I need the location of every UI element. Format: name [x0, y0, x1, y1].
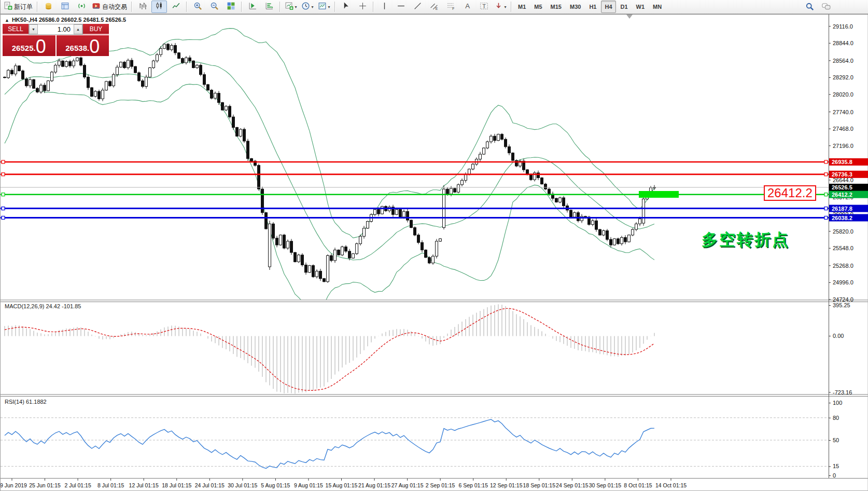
chart-shift-marker-icon[interactable] [626, 15, 633, 19]
macd-pane[interactable] [5, 304, 654, 393]
hline-handle[interactable] [2, 193, 5, 196]
hline-handle[interactable] [824, 216, 828, 220]
time-axis-label: 6 Sep 01:15 [458, 482, 488, 488]
chevron-down-icon[interactable]: ▾ [295, 5, 297, 9]
toolbar-button-bars-chart[interactable] [135, 1, 150, 13]
time-axis-label: 24 Jul 01:15 [195, 482, 225, 488]
timeframe-button-M1[interactable]: M1 [514, 1, 529, 13]
hline-handle[interactable] [2, 216, 5, 220]
price-axis-label: 28844.0 [833, 40, 853, 46]
turning-point-annotation[interactable]: 多空转折点 [702, 229, 790, 251]
toolbar-button-search[interactable] [802, 1, 817, 13]
toolbar-button-horizontal-line[interactable] [393, 1, 409, 13]
buy-button[interactable]: BUY [83, 24, 109, 35]
toolbar-button-text[interactable]: A [459, 1, 475, 13]
candle-body [4, 77, 6, 78]
chevron-down-icon[interactable]: ▾ [311, 5, 313, 9]
hline-handle[interactable] [824, 207, 828, 210]
toolbar-button-tile-windows[interactable] [223, 1, 239, 13]
timeframe-button-M15[interactable]: M15 [547, 1, 565, 13]
toolbar-button-fibonacci[interactable]: F [443, 1, 458, 13]
chat-icon [822, 2, 831, 13]
toolbar-button-text-label[interactable]: T [476, 1, 492, 13]
main-chart-pane[interactable] [1, 29, 829, 308]
hline-handle[interactable] [2, 160, 5, 163]
toolbar-button-trendline[interactable] [410, 1, 425, 13]
hline-handle[interactable] [2, 173, 5, 176]
timeframe-button-H1[interactable]: H1 [585, 1, 600, 13]
toolbar-button-cursor[interactable] [338, 1, 354, 13]
candle-body [294, 252, 297, 262]
candle-body [11, 70, 13, 74]
toolbar-button-arrows[interactable]: ▾ [493, 1, 508, 13]
sell-price-button[interactable]: 26525.0 [3, 35, 55, 56]
toolbar-button-market-watch[interactable] [40, 1, 56, 13]
hline-handle[interactable] [824, 193, 828, 196]
time-axis-label: 12 Sep 01:15 [490, 482, 523, 488]
buy-price-button[interactable]: 26538.0 [57, 35, 109, 56]
volume-input[interactable] [38, 24, 74, 34]
hline-handle[interactable] [824, 173, 828, 176]
toolbar-button-navigator[interactable] [57, 1, 73, 13]
candle-body [207, 85, 209, 90]
toolbar-button-line-chart[interactable] [168, 1, 184, 13]
timeframe-button-M5[interactable]: M5 [530, 1, 545, 13]
toolbar-button-periods[interactable]: ▾ [300, 1, 315, 13]
toolbar-button-signal[interactable] [74, 1, 89, 13]
hline-handle[interactable] [2, 207, 5, 210]
time-axis-label: 12 Jul 01:15 [129, 482, 159, 488]
toolbar-button-new-order[interactable]: 新订单 [2, 1, 34, 13]
time-axis-label: 14 Oct 01:15 [655, 482, 687, 488]
toolbar-button-chat[interactable] [818, 1, 834, 13]
toolbar-button-vertical-line[interactable] [376, 1, 392, 13]
toolbar-button-arrange-horizontal[interactable] [261, 1, 277, 13]
candle-body [127, 60, 130, 67]
candle-body [544, 184, 547, 189]
candle-body [635, 224, 638, 229]
volume-decrease-button[interactable]: ▼ [29, 24, 38, 34]
candle-body [592, 221, 594, 224]
volume-increase-button[interactable]: ▲ [74, 24, 82, 34]
toolbar-button-equidistant-channel[interactable]: E [426, 1, 442, 13]
collapse-panel-icon[interactable]: ▲ [5, 18, 9, 23]
hline-handle[interactable] [824, 160, 828, 163]
sell-button[interactable]: SELL [3, 24, 29, 35]
toolbar-button-autotrading[interactable]: 自动交易 [90, 1, 129, 13]
candle-body [58, 61, 61, 65]
new-chart-icon [285, 2, 293, 12]
chevron-down-icon[interactable]: ▾ [504, 5, 506, 9]
candle-body [439, 239, 442, 241]
toolbar-button-new-chart[interactable]: ▾ [283, 1, 299, 13]
rsi-pane[interactable] [1, 418, 829, 469]
timeframe-button-MN[interactable]: MN [649, 1, 665, 13]
periods-icon [301, 2, 310, 12]
price-axis-scale[interactable]: 29116.028844.028564.028292.028020.027740… [829, 23, 868, 303]
price-tag-label: 26526.5 [832, 184, 852, 190]
time-axis-scale[interactable]: 19 Jun 201925 Jun 01:152 Jul 01:158 Jul … [1, 479, 687, 488]
toolbar-button-templates[interactable]: ▾ [316, 1, 332, 13]
price-axis-label: 27468.0 [833, 126, 853, 132]
candle-body [425, 250, 427, 257]
toolbar-button-candles-chart[interactable] [151, 1, 167, 13]
candle-body [642, 199, 645, 223]
svg-text:100: 100 [833, 400, 842, 406]
timeframe-button-D1[interactable]: D1 [617, 1, 632, 13]
toolbar-button-zoom-in[interactable] [190, 1, 205, 13]
chart-canvas[interactable]: 29116.028844.028564.028292.028020.027740… [1, 14, 868, 491]
toolbar-separator [131, 2, 132, 12]
toolbar-button-arrange-vertical[interactable] [245, 1, 260, 13]
price-callout-label[interactable]: 26412.2 [764, 185, 816, 201]
highlight-zone-rect[interactable] [639, 191, 679, 198]
new-order-icon [4, 2, 12, 12]
rsi-indicator-label: RSI(14) 61.1882 [5, 399, 47, 405]
candle-body [276, 238, 278, 245]
chevron-down-icon[interactable]: ▾ [328, 5, 330, 9]
toolbar-button-zoom-out[interactable] [206, 1, 222, 13]
toolbar-button-crosshair[interactable] [355, 1, 370, 13]
timeframe-button-M30[interactable]: M30 [566, 1, 584, 13]
svg-text:F: F [452, 7, 454, 10]
time-axis-label: 15 Aug 01:15 [326, 482, 358, 488]
timeframe-button-H4[interactable]: H4 [601, 1, 615, 13]
candle-body [316, 271, 318, 277]
timeframe-button-W1[interactable]: W1 [633, 1, 649, 13]
